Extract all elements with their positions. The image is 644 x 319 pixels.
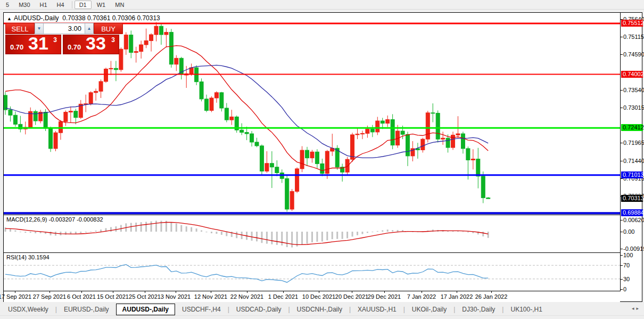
candle-body xyxy=(214,93,218,98)
axis-tick-mark xyxy=(621,143,623,143)
macd-bar xyxy=(286,232,288,247)
macd-bar xyxy=(371,232,373,232)
candle-body xyxy=(104,69,108,81)
candle-body xyxy=(426,113,430,139)
timeframe-button-h1[interactable]: H1 xyxy=(36,1,52,9)
chart-tab-xauusd-h1[interactable]: XAUUSD-,H1 xyxy=(351,304,403,315)
candle-body xyxy=(381,121,384,123)
candle-body xyxy=(159,26,163,35)
price-tick-label: 0.71440 xyxy=(623,158,644,164)
macd-bar xyxy=(352,232,353,236)
macd-bar xyxy=(256,232,258,241)
candle-body xyxy=(391,120,394,145)
candle-body xyxy=(481,176,485,198)
date-axis-label: 12 Nov 2021 xyxy=(194,293,227,300)
candle-body xyxy=(34,111,37,121)
timeframe-button-w1[interactable]: W1 xyxy=(93,1,110,9)
chart-tab-usdcad-daily[interactable]: USDCAD-,Daily xyxy=(229,304,288,315)
chart-tab-usdx-weekly[interactable]: USDX,Weekly xyxy=(1,304,55,315)
candle-body xyxy=(456,134,460,135)
macd-bar xyxy=(346,232,348,238)
tab-scroll-arrows[interactable]: ◂▸ xyxy=(632,306,641,311)
candle-body xyxy=(245,133,249,134)
macd-bar xyxy=(336,232,338,239)
macd-tick-label: 0.00 xyxy=(623,228,634,235)
rsi-tick-label: 70 xyxy=(623,262,630,268)
candle-body xyxy=(356,134,359,135)
time-axis[interactable]: 17 Sep 202127 Sep 20216 Oct 202115 Oct 2… xyxy=(4,291,620,302)
candle-body xyxy=(49,128,53,149)
timeframe-button-5[interactable]: 5 xyxy=(2,1,13,9)
macd-bar xyxy=(10,229,11,232)
timeframe-button-h4[interactable]: H4 xyxy=(53,1,69,9)
macd-bar xyxy=(316,232,318,242)
macd-bar xyxy=(291,232,293,248)
sell-price-panel[interactable]: 0.70 31 3 xyxy=(5,35,61,54)
candle-body xyxy=(376,121,379,132)
macd-bar xyxy=(85,232,87,233)
candle-body xyxy=(476,159,480,176)
volume-increase-button[interactable]: ▲ xyxy=(85,23,94,34)
tabbar-divider xyxy=(0,315,644,316)
volume-decrease-button[interactable]: ▼ xyxy=(35,23,44,34)
chart-tab-eurusd-daily[interactable]: EURUSD-,Daily xyxy=(57,304,116,315)
axis-tick-mark xyxy=(621,289,623,290)
tab-scroll-right-icon[interactable]: ▸ xyxy=(636,306,641,311)
candle-body xyxy=(306,150,309,158)
timeframe-button-m30[interactable]: M30 xyxy=(14,1,34,9)
date-axis-label: 22 Nov 2021 xyxy=(230,293,263,300)
date-axis-label: 20 Dec 2021 xyxy=(335,293,368,300)
chart-tab-dj30-daily[interactable]: DJ30-,Daily xyxy=(455,304,502,315)
candle-body xyxy=(275,167,279,173)
date-axis-label: 27 Sep 2021 xyxy=(33,293,66,300)
macd-bar xyxy=(206,232,208,232)
macd-bar xyxy=(30,232,31,233)
chart-tab-uk100-h1[interactable]: UK100-,H1 xyxy=(503,304,549,315)
chart-tab-usdchf-h4[interactable]: USDCHF-,H4 xyxy=(175,304,228,315)
candle-body xyxy=(401,131,404,134)
sell-button[interactable]: SELL xyxy=(5,23,35,34)
axis-tick-mark xyxy=(621,279,623,280)
chart-tab-ukoil-daily[interactable]: UKOil-,Daily xyxy=(405,304,453,315)
rsi-pane[interactable]: RSI(14) 30.1594 xyxy=(4,253,620,291)
macd-bar xyxy=(271,232,273,244)
price-axis[interactable]: 0.756400.751150.745900.735400.730150.719… xyxy=(620,13,643,291)
buy-price-panel[interactable]: 0.70 33 3 xyxy=(63,35,119,54)
macd-bar xyxy=(367,232,368,233)
rsi-canvas[interactable] xyxy=(4,253,620,291)
date-tick-mark xyxy=(81,291,82,293)
candle-body xyxy=(205,99,209,111)
candle-body xyxy=(220,93,224,108)
candle-body xyxy=(129,35,133,53)
timeframe-button-d1[interactable]: D1 xyxy=(75,1,92,9)
macd-bar xyxy=(191,227,192,232)
timeframe-toolbar: 5M30H1H4D1W1MN xyxy=(0,0,644,10)
axis-tick-mark xyxy=(621,90,623,91)
sell-price-main: 31 xyxy=(28,33,48,54)
candle-body xyxy=(436,113,440,139)
candle-body xyxy=(290,191,294,209)
candle-body xyxy=(320,163,324,173)
macd-pane[interactable]: MACD(12,26,9) -0.003207 -0.000832 xyxy=(4,215,620,253)
price-level-badge: 0.70313 xyxy=(621,195,643,202)
macd-tick-label: 0.006201 xyxy=(623,217,644,223)
price-tick-label: 0.74590 xyxy=(623,51,644,58)
buy-button[interactable]: BUY xyxy=(94,23,123,34)
chart-ohlc-header: ▲AUDUSD-,Daily 0.70338 0.70361 0.70306 0… xyxy=(7,14,160,22)
date-axis-label: 1 Dec 2021 xyxy=(268,293,298,300)
candle-body xyxy=(109,68,113,69)
date-axis-label: 26 Jan 2022 xyxy=(475,293,508,300)
chart-tab-audusd-daily[interactable]: AUDUSD-,Daily xyxy=(116,304,175,315)
candle-body xyxy=(200,82,203,99)
macd-bar xyxy=(115,226,117,232)
rsi-tick-label: 100 xyxy=(623,252,633,258)
candle-body xyxy=(169,32,173,64)
timeframe-button-mn[interactable]: MN xyxy=(111,1,128,9)
price-tick-label: 0.73540 xyxy=(623,87,644,93)
volume-input[interactable]: 3.00 xyxy=(44,23,85,34)
candle-body xyxy=(13,115,17,124)
axis-tick-mark xyxy=(621,249,623,249)
date-tick-mark xyxy=(384,291,385,293)
chart-tab-usdcnh-daily[interactable]: USDCNH-,Daily xyxy=(290,304,349,315)
candle-body xyxy=(466,149,470,160)
